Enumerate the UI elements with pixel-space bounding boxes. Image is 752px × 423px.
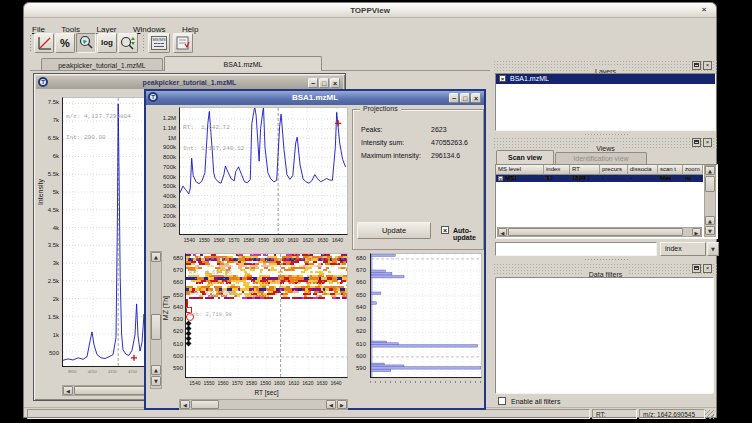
- toolbar-handle[interactable]: [29, 34, 33, 52]
- app-close-icon[interactable]: ×: [699, 5, 709, 15]
- toolbar: % log: [24, 31, 716, 56]
- intensity-percentage-button[interactable]: %: [55, 33, 75, 53]
- report-button[interactable]: [173, 33, 193, 53]
- table-row[interactable]: MS141506.1--Mas...no: [496, 196, 703, 203]
- table-v-scroll-thumb[interactable]: [705, 176, 715, 192]
- tab-identification-view[interactable]: Identification view: [555, 152, 647, 164]
- resize-grip[interactable]: [705, 410, 714, 419]
- update-button[interactable]: Update: [357, 222, 431, 239]
- y-tick-label: 2.5k: [48, 278, 59, 284]
- auto-update-checkbox[interactable]: ×: [441, 226, 449, 234]
- close-button[interactable]: ×: [471, 93, 481, 103]
- table-row[interactable]: MS131504...--Mas...no: [496, 189, 703, 196]
- column-header-precurs[interactable]: precurs: [600, 165, 628, 175]
- filter-column-value: index: [665, 245, 682, 252]
- minimize-button[interactable]: −: [449, 93, 459, 103]
- table-row[interactable]: MS1101510...--Mas...no: [496, 217, 703, 224]
- desktop: TOPPView × File Tools Layer Windows Help…: [0, 0, 752, 423]
- tab-scan-view[interactable]: Scan view: [496, 150, 554, 164]
- x-tick-label: 1640: [328, 380, 344, 386]
- data-filters-list[interactable]: [495, 277, 714, 394]
- scroll-left-icon[interactable]: ◀: [498, 228, 507, 236]
- magnifier-arrows-icon: [119, 34, 137, 52]
- scan-table[interactable]: MS levelindexRTprecursdissociascan tzoom…: [495, 164, 718, 239]
- maximize-button[interactable]: □: [319, 78, 329, 88]
- combo-dropdown-icon[interactable]: ▼: [707, 242, 719, 256]
- x-tick-label: 4050: [84, 370, 100, 374]
- tab-identification-view-label: Identification view: [573, 155, 628, 162]
- scroll-up-icon[interactable]: ▲: [705, 166, 715, 175]
- layer-item[interactable]: × BSA1.mzML: [496, 74, 715, 84]
- hm-h-scrollbar[interactable]: ◀ ◀ ▶: [179, 399, 348, 410]
- dock-float-icon[interactable]: [692, 61, 701, 70]
- scroll-left-icon[interactable]: ◀: [326, 400, 336, 409]
- hm-h-scroll-thumb[interactable]: [191, 400, 219, 409]
- zoom-stepper-button[interactable]: [118, 33, 138, 53]
- scroll-up-icon[interactable]: ▲: [151, 252, 161, 262]
- table-h-scrollbar[interactable]: ◀ ▶: [497, 227, 702, 237]
- table-v-scrollbar[interactable]: ▲ ▲ ▼: [704, 165, 716, 237]
- filter-column-combo[interactable]: index: [660, 242, 706, 256]
- data-filters-dock-titlebar[interactable]: Data filters ×: [493, 263, 718, 275]
- close-button[interactable]: ×: [330, 78, 340, 88]
- column-header-ms-level[interactable]: MS level: [496, 165, 544, 175]
- tab-bsa1[interactable]: BSA1.mzML: [164, 56, 322, 71]
- table-cell: 1510...: [570, 175, 600, 182]
- dock-close-icon[interactable]: ×: [703, 264, 712, 273]
- hm-v-scroll-thumb[interactable]: [151, 314, 161, 340]
- dock-float-icon[interactable]: [692, 138, 701, 147]
- x-tick-label: 1580: [241, 237, 257, 243]
- toolbar-handle-2[interactable]: [142, 34, 146, 52]
- maximize-button[interactable]: □: [460, 93, 470, 103]
- minimize-button[interactable]: −: [308, 78, 318, 88]
- scan-table-header: MS levelindexRTprecursdissociascan tzoom: [496, 165, 703, 175]
- dock-close-icon[interactable]: ×: [703, 138, 712, 147]
- enable-all-filters-checkbox[interactable]: [498, 397, 506, 405]
- hm-overlay-mz: m/z: 671.15089: [189, 290, 235, 297]
- scroll-down-icon[interactable]: ▼: [151, 376, 161, 386]
- scroll-right-icon[interactable]: ▶: [692, 228, 701, 236]
- bsa1-titlebar[interactable]: T BSA1.mzML − □ ×: [146, 91, 484, 105]
- table-filter-input[interactable]: [495, 242, 657, 256]
- layers-dock-titlebar[interactable]: Layers ×: [493, 60, 718, 72]
- table-h-scroll-thumb[interactable]: [508, 228, 683, 236]
- peakpicker-titlebar[interactable]: T peakpicker_tutorial_1.mzML − □ ×: [36, 76, 343, 89]
- scroll-left-icon[interactable]: ◀: [180, 400, 190, 409]
- pp-overlay-mz: m/z: 4,137.7299804: [66, 113, 131, 120]
- percent-icon: %: [60, 37, 70, 49]
- scroll-down-icon[interactable]: ▼: [705, 226, 715, 235]
- table-row[interactable]: +MS111503...--Mas...no: [496, 182, 703, 189]
- report-icon: [174, 34, 192, 52]
- scroll-up-icon[interactable]: ▲: [705, 216, 715, 225]
- views-dock-titlebar[interactable]: Views ×: [493, 137, 718, 149]
- column-header-scan-t[interactable]: scan t: [658, 165, 683, 175]
- column-header-dissocia[interactable]: dissocia: [628, 165, 658, 175]
- dock-close-icon[interactable]: ×: [703, 61, 712, 70]
- x-tick-label: 1600: [270, 237, 286, 243]
- reset-zoom-button[interactable]: [34, 33, 54, 53]
- msms-view-button[interactable]: MS/MS: [148, 33, 170, 53]
- layer-visible-checkbox[interactable]: ×: [499, 75, 506, 82]
- hm-v-scrollbar[interactable]: ▲ ▲ ▼: [150, 251, 162, 389]
- auto-update-label: Auto-update: [453, 227, 483, 241]
- scroll-left-icon[interactable]: ◀: [63, 386, 73, 395]
- dock-splitter[interactable]: [584, 258, 628, 262]
- y-tick-label: 500k: [163, 183, 176, 189]
- app-titlebar[interactable]: TOPPView ×: [24, 3, 716, 18]
- projections-groupbox: Projections Peaks: 2623 Intensity sum: 4…: [352, 109, 484, 250]
- column-header-rt[interactable]: RT: [570, 165, 600, 175]
- log-intensity-button[interactable]: log: [97, 33, 117, 53]
- dock-float-icon[interactable]: [692, 264, 701, 273]
- column-header-zoom[interactable]: zoom: [683, 165, 703, 175]
- table-row[interactable]: +MS181509...--Mas...no: [496, 210, 703, 217]
- x-tick-label: 4150: [104, 370, 120, 374]
- zoom-mode-button[interactable]: [76, 33, 96, 53]
- mz-projection-plot[interactable]: [370, 253, 482, 378]
- x-tick-label: 4250: [125, 370, 141, 374]
- scroll-right-icon[interactable]: ▶: [337, 400, 347, 409]
- column-header-index[interactable]: index: [544, 165, 570, 175]
- table-row[interactable]: +MS151507...--Mas...no: [496, 203, 703, 210]
- scroll-up-icon[interactable]: ▲: [151, 365, 161, 375]
- layers-list[interactable]: × BSA1.mzML: [495, 73, 716, 131]
- magnifier-icon: [77, 34, 95, 52]
